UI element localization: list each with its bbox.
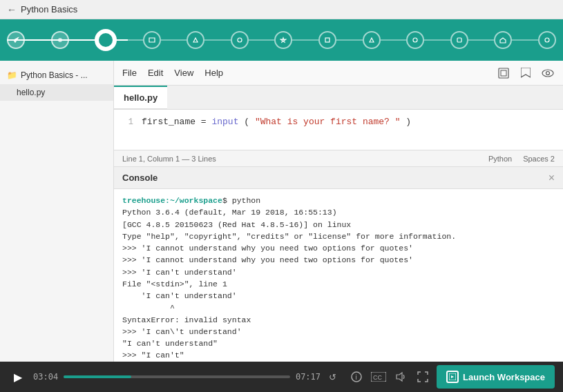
console-area: Console × treehouse:~/workspace$ python … <box>114 166 563 362</box>
info-icon[interactable]: i <box>348 369 365 385</box>
launch-workspace-label: Launch Workspace <box>463 372 545 382</box>
bookmark-icon[interactable] <box>519 66 533 80</box>
console-line-13: >>> "I can't" <box>122 351 184 360</box>
code-content-1: first_name = input ( "What is your first… <box>142 115 411 130</box>
volume-icon[interactable] <box>392 369 409 385</box>
editor-menubar: File Edit View Help <box>114 61 563 86</box>
fullscreen-player-icon[interactable] <box>414 369 431 385</box>
player-bar: ▶ 03:04 07:17 ↺ i CC Launch Workspace <box>0 362 563 392</box>
launch-icon <box>446 371 459 383</box>
line-number-1: 1 <box>120 116 133 129</box>
code-editor[interactable]: 1 first_name = input ( "What is your fir… <box>114 110 563 150</box>
progress-node-1[interactable] <box>7 31 25 49</box>
svg-point-11 <box>545 38 549 42</box>
back-icon[interactable]: ← <box>7 4 17 15</box>
console-line-6: >>> 'I can't understand' <box>122 268 237 277</box>
svg-point-1 <box>58 38 62 42</box>
svg-rect-6 <box>325 38 330 42</box>
cc-icon[interactable]: CC <box>370 369 387 385</box>
progress-node-13[interactable] <box>538 31 556 49</box>
progress-node-10[interactable] <box>406 31 424 49</box>
menu-view[interactable]: View <box>174 68 193 78</box>
console-line-3: Type "help", "copyright", "credits" or "… <box>122 232 456 241</box>
svg-marker-3 <box>193 38 198 42</box>
console-title: Console <box>122 173 158 183</box>
console-line-1: Python 3.6.4 (default, Mar 19 2018, 16:5… <box>122 208 337 217</box>
svg-marker-10 <box>500 38 506 43</box>
launch-workspace-button[interactable]: Launch Workspace <box>437 365 555 389</box>
indent-label: Spaces 2 <box>523 155 555 163</box>
progress-node-3[interactable] <box>95 29 117 51</box>
seek-bar[interactable] <box>64 375 290 378</box>
progress-node-7[interactable] <box>274 31 292 49</box>
progress-node-11[interactable] <box>450 31 468 49</box>
progress-node-4[interactable] <box>143 31 161 49</box>
console-line-5: >>> 'I cannot understand why you need tw… <box>122 255 413 264</box>
svg-rect-12 <box>499 68 508 78</box>
top-bar: ← Python Basics <box>0 0 563 19</box>
page-title: Python Basics <box>21 4 77 14</box>
console-content[interactable]: treehouse:~/workspace$ python Python 3.6… <box>114 189 563 362</box>
main-content: 📁 Python Basics - ... hello.py File Edit… <box>0 61 563 362</box>
preview-icon[interactable] <box>541 66 555 80</box>
language-label: Python <box>488 155 512 163</box>
console-header: Console × <box>114 167 563 189</box>
svg-text:i: i <box>356 373 357 381</box>
progress-node-5[interactable] <box>187 31 204 49</box>
console-close-button[interactable]: × <box>548 172 555 184</box>
svg-point-4 <box>238 38 242 42</box>
fullscreen-icon[interactable] <box>497 66 510 80</box>
cursor-position: Line 1, Column 1 — 3 Lines <box>122 155 216 163</box>
sidebar-file-hello[interactable]: hello.py <box>0 84 113 101</box>
svg-marker-24 <box>451 375 454 378</box>
menu-file[interactable]: File <box>122 68 137 78</box>
console-prompt: treehouse:~/workspace <box>122 196 222 205</box>
sidebar-folder[interactable]: 📁 Python Basics - ... <box>0 66 113 84</box>
svg-rect-13 <box>501 70 506 76</box>
folder-name: Python Basics - ... <box>21 70 88 80</box>
console-line-4: >>> 'I cannot understand why you need tw… <box>122 244 413 253</box>
console-line-12: "I can't understand" <box>122 339 218 348</box>
progress-node-12[interactable] <box>494 31 512 49</box>
menu-help[interactable]: Help <box>204 68 223 78</box>
current-time: 03:04 <box>33 372 58 382</box>
progress-node-8[interactable] <box>318 31 336 49</box>
console-line-10: SyntaxError: invalid syntax <box>122 315 251 324</box>
play-button[interactable]: ▶ <box>8 367 28 386</box>
progress-node-9[interactable] <box>363 31 381 49</box>
rewind-icon[interactable]: ↺ <box>326 369 343 385</box>
console-line-8: 'I can't understand' <box>122 291 237 300</box>
svg-text:CC: CC <box>373 374 382 381</box>
file-tab-bar: hello.py <box>114 86 563 110</box>
svg-point-15 <box>542 70 553 77</box>
code-line-1: 1 first_name = input ( "What is your fir… <box>114 115 563 130</box>
toolbar-icons <box>497 66 555 80</box>
console-cmd-python: $ python <box>222 196 260 205</box>
svg-marker-0 <box>14 38 18 42</box>
folder-icon: 📁 <box>7 70 17 80</box>
console-line-2: [GCC 4.8.5 20150623 (Red Hat 4.8.5-16)] … <box>122 220 351 229</box>
console-line-7: File "<stdin>", line 1 <box>122 280 227 288</box>
sidebar: 📁 Python Basics - ... hello.py <box>0 61 114 362</box>
svg-marker-7 <box>370 38 374 42</box>
svg-text:↺: ↺ <box>329 372 336 382</box>
svg-marker-5 <box>280 38 286 42</box>
end-time: 07:17 <box>296 372 321 382</box>
progress-bar-area <box>0 19 563 61</box>
svg-point-16 <box>546 71 550 75</box>
progress-node-2[interactable] <box>51 31 69 49</box>
menu-edit[interactable]: Edit <box>148 68 163 78</box>
node-inner <box>99 33 113 47</box>
status-bar: Line 1, Column 1 — 3 Lines Python Spaces… <box>114 150 563 166</box>
svg-point-8 <box>413 38 417 42</box>
progress-node-6[interactable] <box>231 31 249 49</box>
svg-marker-2 <box>149 38 155 42</box>
file-tab-hello[interactable]: hello.py <box>114 86 167 109</box>
console-line-11: >>> 'I can\'t understand' <box>122 327 242 336</box>
svg-marker-14 <box>521 68 531 77</box>
svg-rect-9 <box>457 38 461 42</box>
progress-track <box>7 29 556 51</box>
console-line-9: ^ <box>122 303 175 312</box>
svg-marker-22 <box>397 373 402 381</box>
seek-bar-fill <box>64 375 131 378</box>
